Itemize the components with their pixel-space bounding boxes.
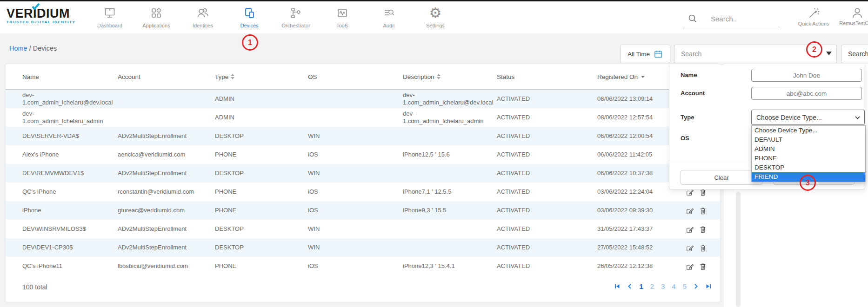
cell-account: aencica@veridiumid.com (118, 151, 215, 158)
sort-icon[interactable] (231, 74, 234, 79)
sort-desc-icon[interactable] (641, 76, 645, 78)
table-row[interactable]: QC's iPhone11lbosbiciu@veridiumid.comPHO… (6, 257, 720, 275)
pagination-page-5[interactable]: 5 (683, 282, 687, 290)
table-row[interactable]: Alex's iPhoneaencica@veridiumid.comPHONE… (6, 145, 720, 164)
global-search-input[interactable]: Search.. (683, 12, 780, 29)
sort-icon[interactable] (437, 74, 441, 79)
cell-description: iPhone9,3 ' 15.5 (403, 207, 497, 214)
delete-icon[interactable] (699, 262, 707, 270)
pagination-page-4[interactable]: 4 (672, 282, 675, 290)
cell-name: QC's iPhone (22, 188, 118, 196)
cell-account: ADv2MultiStepEnrollment (118, 225, 215, 233)
filter-name-input[interactable]: John Doe (751, 69, 862, 82)
breadcrumb-home-link[interactable]: Home (9, 45, 27, 52)
nav-item-devices[interactable]: Devices (226, 5, 273, 28)
cell-registered-on: 03/06/2022 09:39:30 (597, 207, 686, 214)
total-count-label: 100 total (22, 283, 47, 291)
veridium-admin-page: VERIDIUM TRUSTED DIGITAL IDENTITY Dashbo… (0, 0, 868, 307)
user-icon (836, 7, 868, 19)
right-scrollbar[interactable] (736, 192, 741, 307)
table-row[interactable]: DEV\SERVER-VDA$ADv2MultiStepEnrollmentDE… (6, 127, 720, 145)
table-row[interactable]: dev-1.com_admin_lchelaru_adminADMINdev-1… (6, 108, 720, 127)
pagination-page-1[interactable]: 1 (639, 282, 643, 290)
type-option[interactable]: ADMIN (752, 144, 865, 154)
cell-os: WIN (308, 244, 403, 251)
logo-tagline: TRUSTED DIGITAL IDENTITY (7, 20, 75, 24)
cell-name: iPhone (22, 207, 118, 214)
cell-account: rconstantin@veridiumid.com (118, 188, 215, 196)
column-header-account[interactable]: Account (118, 73, 215, 80)
cell-name: QC's iPhone11 (22, 262, 118, 270)
edit-icon[interactable] (686, 262, 694, 270)
delete-icon[interactable] (699, 207, 707, 215)
nav-item-audit[interactable]: Audit (366, 5, 412, 28)
nav-item-dashboard[interactable]: Dashboard (87, 5, 133, 28)
delete-icon[interactable] (699, 244, 707, 252)
table-row[interactable]: DEV\WINSRVMILOS3$ADv2MultiStepEnrollment… (6, 220, 720, 238)
pagination-first-icon[interactable] (614, 283, 620, 289)
cell-os: iOS (308, 262, 403, 270)
pagination-page-2[interactable]: 2 (650, 282, 654, 290)
cell-status: ACTIVATED (497, 95, 597, 103)
column-header-name[interactable]: Name (22, 73, 118, 80)
edit-icon[interactable] (686, 225, 694, 233)
logo-checkmark-icon (32, 3, 40, 10)
nav-item-tools[interactable]: Tools (319, 5, 366, 28)
nav-label: Settings (412, 23, 459, 28)
pagination-next-icon[interactable] (694, 283, 699, 289)
filter-type-select[interactable]: Choose Device Type... (751, 110, 865, 125)
pagination-prev-icon[interactable] (627, 283, 632, 289)
table-row[interactable]: iPhonegtureac@veridiumid.comPHONEiOSiPho… (6, 201, 720, 220)
cell-account: ADv2MultiStepEnrollment (118, 244, 215, 251)
edit-icon[interactable] (686, 207, 694, 215)
filter-account-input[interactable]: abc@abc.com (751, 87, 862, 100)
quick-actions-button[interactable]: Quick Actions (791, 7, 836, 26)
nav-item-settings[interactable]: ⚙ Settings (412, 5, 459, 28)
chevron-down-icon (855, 116, 860, 119)
column-header-os[interactable]: OS (308, 73, 403, 80)
cell-type: PHONE (215, 151, 308, 158)
cell-os: WIN (308, 132, 403, 140)
nav-label: Applications (133, 23, 180, 28)
column-header-status[interactable]: Status (497, 73, 597, 80)
applications-icon (133, 5, 180, 21)
table-row[interactable]: dev-1.com_admin_lchelaru@dev.localADMINd… (6, 90, 720, 108)
tools-icon (319, 5, 366, 21)
search-underline (683, 29, 779, 29)
cell-name: dev-1.com_admin_lchelaru_admin (22, 110, 118, 125)
advanced-search-panel: Name John Doe Account abc@abc.com Type C… (669, 65, 865, 189)
column-header-description[interactable]: Description (403, 73, 497, 80)
user-menu[interactable]: RemusTestOffic (836, 7, 868, 26)
cell-type: DESKTOP (215, 132, 308, 140)
table-row[interactable]: DEV\DEV1-CP30$ADv2MultiStepEnrollmentDES… (6, 238, 720, 257)
dashboard-icon (87, 5, 133, 21)
type-option[interactable]: DESKTOP (752, 163, 865, 172)
filter-clear-button[interactable]: Clear (681, 170, 762, 185)
edit-icon[interactable] (686, 244, 694, 252)
column-header-type[interactable]: Type (215, 73, 308, 80)
nav-label: Devices (226, 23, 273, 28)
search-submit-button[interactable]: Search (841, 45, 868, 63)
pagination-pages: 12345 (639, 282, 687, 290)
pagination-last-icon[interactable] (706, 283, 712, 289)
filter-os-label: OS (681, 135, 689, 142)
calendar-icon (654, 49, 663, 59)
table-row[interactable]: DEV\REMVMWDEV1$ADv2MultiStepEnrollmentDE… (6, 164, 720, 183)
cell-os: iOS (308, 207, 403, 214)
time-filter-button[interactable]: All Time (620, 45, 670, 63)
type-option[interactable]: Choose Device Type... (752, 126, 865, 135)
nav-item-applications[interactable]: Applications (133, 5, 180, 28)
devices-table-card: Name Account Type OS Description Status … (6, 64, 720, 302)
table-row[interactable]: QC's iPhonerconstantin@veridiumid.comPHO… (6, 183, 720, 201)
advanced-search-caret-icon[interactable] (826, 52, 832, 55)
identities-icon (180, 5, 226, 21)
delete-icon[interactable] (699, 225, 707, 233)
nav-item-identities[interactable]: Identities (180, 5, 226, 28)
veridium-logo[interactable]: VERIDIUM TRUSTED DIGITAL IDENTITY (7, 7, 75, 24)
global-search-placeholder: Search.. (711, 15, 737, 23)
pagination-page-3[interactable]: 3 (661, 282, 665, 290)
nav-item-orchestrator[interactable]: Orchestrator (273, 5, 319, 28)
filter-account-value: abc@abc.com (787, 90, 827, 97)
type-option[interactable]: PHONE (752, 154, 865, 163)
type-option[interactable]: DEFAULT (752, 135, 865, 144)
